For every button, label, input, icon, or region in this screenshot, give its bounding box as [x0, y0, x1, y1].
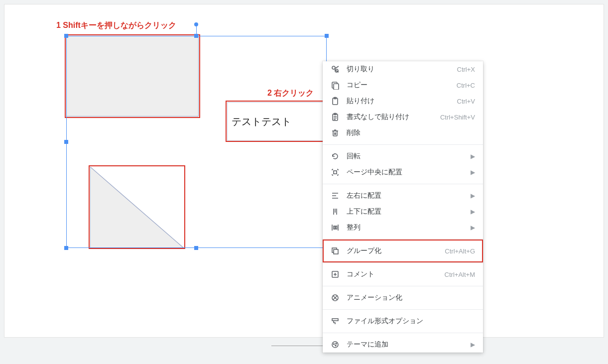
svg-rect-8 [334, 171, 337, 174]
svg-rect-2 [334, 84, 339, 90]
svg-rect-9 [334, 226, 335, 229]
context-menu-item-paste-plain[interactable]: 書式なしで貼り付けCtrl+Shift+V [323, 109, 483, 125]
format-icon [331, 317, 340, 326]
context-menu-item-theme[interactable]: テーマに追加▶ [323, 337, 483, 353]
selection-rotate-handle[interactable] [194, 22, 198, 26]
center-icon [331, 168, 340, 177]
selection-handle-n[interactable] [194, 34, 198, 38]
context-menu-shortcut: Ctrl+X [457, 66, 475, 73]
context-menu-item-align-h[interactable]: 左右に配置▶ [323, 188, 483, 204]
submenu-arrow-icon: ▶ [471, 208, 475, 215]
selection-handle-w[interactable] [64, 140, 68, 144]
context-menu-item-label: 左右に配置 [347, 191, 464, 200]
paste-icon [331, 97, 340, 106]
context-menu-separator [323, 262, 483, 263]
page-bottom-indicator [271, 346, 331, 346]
context-menu-item-align-v[interactable]: 上下に配置▶ [323, 204, 483, 220]
svg-rect-10 [336, 226, 337, 229]
submenu-arrow-icon: ▶ [471, 192, 475, 199]
context-menu-item-label: 削除 [347, 128, 475, 137]
submenu-arrow-icon: ▶ [471, 341, 475, 348]
copy-icon [331, 81, 340, 90]
context-menu-item-label: ファイル形式オプション [347, 317, 475, 326]
context-menu-separator [323, 286, 483, 286]
context-menu-item-cut[interactable]: 切り取りCtrl+X [323, 61, 483, 77]
context-menu-shortcut: Ctrl+Shift+V [440, 114, 475, 121]
align-h-icon [331, 191, 340, 200]
distribute-icon [331, 223, 340, 232]
context-menu-item-label: 整列 [347, 223, 464, 232]
context-menu-item-group[interactable]: グループ化Ctrl+Alt+G [323, 243, 483, 259]
submenu-arrow-icon: ▶ [471, 153, 475, 160]
context-menu-shortcut: Ctrl+V [457, 98, 475, 105]
selection-handle-nw[interactable] [64, 34, 68, 38]
annotation-step1: 1 Shiftキーを押しながらクリック [56, 20, 176, 31]
context-menu-item-label: グループ化 [347, 246, 438, 255]
svg-point-18 [336, 343, 337, 344]
canvas-area[interactable]: テストテスト 1 Shiftキーを押しながらクリック 2 右クリック [4, 4, 604, 338]
context-menu-item-delete[interactable]: 削除 [323, 125, 483, 141]
selection-handle-s[interactable] [194, 246, 198, 250]
svg-point-19 [335, 345, 336, 346]
comment-icon [331, 270, 340, 279]
animate-icon [331, 293, 340, 302]
context-menu-item-label: 貼り付け [347, 97, 450, 106]
paste-plain-icon [331, 113, 340, 121]
delete-icon [331, 128, 340, 137]
context-menu-separator [323, 333, 483, 333]
align-v-icon [331, 207, 340, 216]
selection-handle-sw[interactable] [64, 246, 68, 250]
context-menu-item-label: 回転 [347, 152, 464, 161]
submenu-arrow-icon: ▶ [471, 169, 475, 176]
theme-icon [331, 340, 340, 349]
context-menu-item-label: 切り取り [347, 65, 450, 74]
context-menu-item-label: テーマに追加 [347, 340, 464, 349]
context-menu-item-label: コメント [347, 270, 438, 279]
context-menu-item-format[interactable]: ファイル形式オプション [323, 313, 483, 329]
context-menu-item-distribute[interactable]: 整列▶ [323, 220, 483, 236]
context-menu-separator [323, 184, 483, 184]
svg-rect-12 [334, 249, 338, 254]
context-menu-separator [323, 144, 483, 145]
group-icon [331, 246, 340, 255]
context-menu-shortcut: Ctrl+C [457, 82, 475, 89]
context-menu-shortcut: Ctrl+Alt+G [445, 247, 475, 255]
context-menu-item-copy[interactable]: コピーCtrl+C [323, 77, 483, 93]
context-menu-separator [323, 239, 483, 240]
context-menu-item-label: コピー [347, 81, 450, 90]
context-menu-separator [323, 309, 483, 310]
context-menu-item-label: アニメーション化 [347, 293, 475, 302]
context-menu-item-label: 書式なしで貼り付け [347, 113, 433, 121]
cut-icon [331, 65, 340, 74]
context-menu-item-paste[interactable]: 貼り付けCtrl+V [323, 93, 483, 109]
svg-rect-7 [333, 131, 337, 136]
svg-point-17 [334, 344, 335, 345]
svg-rect-15 [332, 319, 338, 321]
rotate-icon [331, 152, 340, 161]
submenu-arrow-icon: ▶ [471, 224, 475, 231]
svg-point-16 [332, 342, 338, 348]
selection-bounding-box [66, 36, 327, 248]
context-menu-item-center[interactable]: ページ中央に配置▶ [323, 164, 483, 180]
annotation-step2: 2 右クリック [267, 88, 314, 99]
context-menu-shortcut: Ctrl+Alt+M [445, 271, 475, 278]
context-menu-item-animate[interactable]: アニメーション化 [323, 290, 483, 306]
context-menu-item-rotate[interactable]: 回転▶ [323, 148, 483, 164]
selection-handle-ne[interactable] [325, 34, 329, 38]
context-menu-item-comment[interactable]: コメントCtrl+Alt+M [323, 266, 483, 282]
context-menu-item-label: 上下に配置 [347, 207, 464, 216]
context-menu[interactable]: 切り取りCtrl+XコピーCtrl+C貼り付けCtrl+V書式なしで貼り付けCt… [323, 61, 483, 353]
context-menu-item-label: ページ中央に配置 [347, 168, 464, 177]
